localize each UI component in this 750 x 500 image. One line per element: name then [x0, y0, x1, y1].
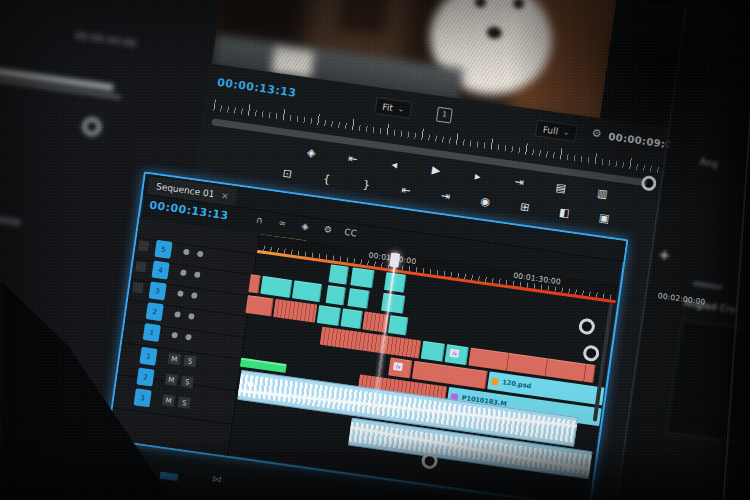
track-target-button[interactable]: 4	[151, 261, 169, 280]
program-timecode[interactable]: 00:00:13:13	[216, 76, 297, 100]
captions-icon[interactable]: CC	[343, 227, 358, 239]
close-icon[interactable]: ×	[221, 190, 230, 201]
fx-badge: fx	[393, 362, 403, 371]
source-patch[interactable]	[138, 240, 149, 251]
zoom-level-value: Fit	[382, 101, 394, 112]
bottom-shadow	[0, 440, 750, 500]
track-target-button[interactable]: 3	[149, 281, 167, 300]
source-zoom-handle[interactable]	[82, 116, 102, 136]
solo-button[interactable]: S	[178, 396, 191, 409]
track-target-button[interactable]: 2	[146, 302, 164, 321]
step-back-icon[interactable]: ◂	[373, 155, 416, 174]
track-visibility-toggle[interactable]	[194, 271, 201, 278]
track-visibility-toggle[interactable]	[188, 313, 195, 320]
mute-button[interactable]: M	[168, 353, 181, 366]
play-icon[interactable]: ▶	[414, 161, 457, 180]
track-lock-toggle[interactable]	[180, 269, 187, 276]
video-clip[interactable]	[381, 293, 405, 314]
video-clip[interactable]	[350, 267, 374, 288]
source-patch[interactable]	[132, 282, 143, 293]
track-visibility-toggle[interactable]	[197, 251, 204, 258]
go-to-out-icon[interactable]: ⇥	[425, 187, 466, 205]
clip-label: 120.psd	[502, 378, 532, 390]
video-clip[interactable]	[248, 274, 260, 293]
video-clip[interactable]	[273, 299, 317, 323]
track-lock-toggle[interactable]	[183, 249, 190, 256]
track-lock-toggle[interactable]	[177, 290, 184, 297]
video-clip[interactable]	[329, 264, 349, 284]
audio-target-button[interactable]: 3	[133, 388, 151, 407]
track-target-button[interactable]: 5	[154, 240, 172, 259]
video-clip[interactable]	[388, 315, 408, 335]
video-clip[interactable]	[347, 288, 369, 309]
step-forward-icon[interactable]: ▸	[456, 167, 499, 186]
vertical-scrollbar[interactable]	[593, 302, 614, 421]
video-clip[interactable]	[326, 285, 346, 305]
photo-of-editing-screen: 00:00:00:00	[0, 0, 750, 500]
scroll-handle[interactable]	[578, 317, 596, 335]
solo-button[interactable]: S	[183, 355, 196, 368]
go-to-in-icon[interactable]: ⇤	[385, 181, 426, 199]
track-target-button[interactable]: 1	[143, 323, 161, 342]
playhead-marker[interactable]	[389, 253, 400, 268]
solo-button[interactable]: S	[181, 376, 194, 389]
button-editor-plus[interactable]: +	[658, 246, 672, 263]
mark-out-icon[interactable]: }	[346, 176, 387, 194]
mark-in-icon[interactable]: {	[306, 170, 347, 188]
settings-icon[interactable]: ▣	[583, 209, 624, 227]
track-visibility-toggle[interactable]	[185, 334, 192, 341]
linked-selection-icon[interactable]: ∞	[275, 217, 290, 229]
fx-badge: fx	[449, 349, 459, 358]
chevron-down-icon: ⌄	[397, 104, 405, 114]
video-clip[interactable]	[292, 280, 322, 302]
playback-settings-icon[interactable]: 1	[436, 107, 453, 124]
scroll-handle[interactable]	[582, 344, 600, 362]
track-lock-toggle[interactable]	[174, 311, 181, 318]
mute-button[interactable]: M	[162, 394, 175, 407]
video-clip[interactable]	[384, 272, 406, 293]
track-visibility-toggle[interactable]	[191, 292, 198, 299]
video-clip[interactable]	[260, 276, 292, 298]
audio-target-button[interactable]: 1	[139, 347, 157, 366]
go-to-in-icon[interactable]: ⇤	[331, 149, 374, 168]
blurred-label	[0, 213, 21, 226]
video-clip[interactable]	[245, 295, 273, 316]
source-timecode[interactable]: 00:00:00:00	[75, 31, 137, 49]
track-lock-toggle[interactable]	[171, 332, 178, 339]
video-track-targets: 54321	[142, 240, 172, 346]
mute-button[interactable]: M	[165, 373, 178, 386]
add-marker-icon[interactable]: ◈	[290, 144, 333, 163]
snap-icon[interactable]: ∩	[252, 214, 267, 226]
audio-target-button[interactable]: 2	[136, 368, 154, 387]
video-clip[interactable]	[421, 341, 445, 362]
export-frame-icon[interactable]: ⊡	[266, 165, 307, 183]
video-clip[interactable]	[317, 305, 341, 326]
zoom-level-dropdown[interactable]: Fit ⌄	[374, 97, 412, 119]
add-marker-icon[interactable]: ◈	[297, 220, 312, 232]
video-clip[interactable]	[340, 308, 362, 329]
settings-wrench-icon[interactable]: ⚙	[320, 224, 335, 236]
fx-badge-orange	[491, 377, 499, 385]
source-patch[interactable]	[135, 261, 146, 272]
